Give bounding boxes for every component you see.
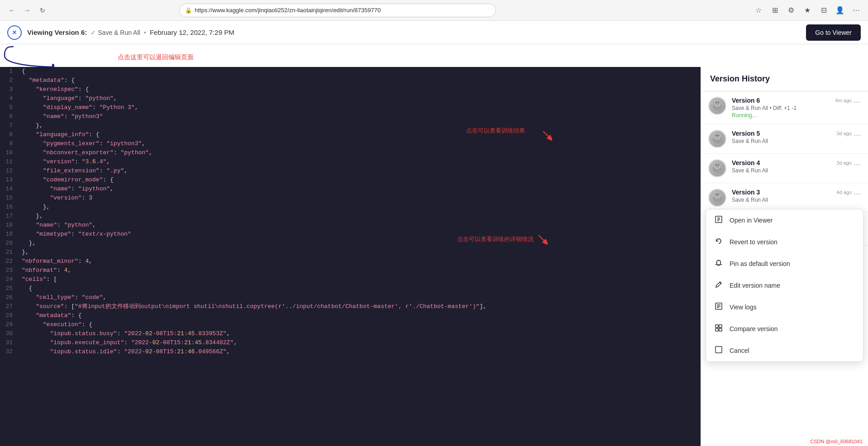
refresh-button[interactable]: ↻ — [36, 4, 49, 17]
menu-item-label: Revert to version — [730, 238, 777, 246]
code-content: "kernelspec": { — [18, 85, 701, 94]
profile-icon[interactable]: 👤 — [834, 4, 846, 17]
menu-item-label: Open in Viewer — [730, 217, 773, 224]
three-dots-button[interactable]: ⋯ — [852, 130, 863, 140]
svg-rect-40 — [719, 328, 722, 331]
code-content: "source": ["#将input的文件移动到output\nimport … — [18, 302, 701, 311]
code-table: 1{2 "metadata": {3 "kernelspec": {4 "lan… — [0, 67, 701, 356]
code-content: "pygments_lexer": "ipython3", — [18, 139, 701, 148]
code-content: "execution": { — [18, 320, 701, 329]
annotation-area: 点击这里可以退回编辑页面 — [0, 44, 868, 67]
go-to-viewer-button[interactable]: Go to Viewer — [806, 24, 861, 41]
menu-item-revert-to-version[interactable]: Revert to version — [706, 231, 863, 253]
line-number: 32 — [0, 347, 18, 356]
separator: • — [144, 28, 146, 36]
svg-rect-37 — [715, 325, 718, 327]
code-content: "file_extension": ".py", — [18, 166, 701, 176]
line-number: 14 — [0, 185, 18, 194]
line-number: 10 — [0, 148, 18, 157]
code-content: "cells": [ — [18, 275, 701, 284]
version-time: 3d ago — [836, 160, 852, 166]
open-viewer-icon — [714, 215, 723, 225]
star-icon[interactable]: ☆ — [752, 4, 765, 17]
apps-icon[interactable]: ⊟ — [817, 4, 830, 17]
line-number: 8 — [0, 130, 18, 139]
forward-button[interactable]: → — [21, 4, 33, 17]
version-time: 3d ago — [836, 131, 852, 136]
lock-icon: 🔒 — [185, 7, 192, 14]
svg-rect-38 — [719, 325, 722, 327]
code-row: 1{ — [0, 67, 701, 76]
right-sidebar: Version History Version 6Save & Run All … — [701, 67, 868, 446]
code-row: 2 "metadata": { — [0, 76, 701, 85]
edit-icon — [714, 280, 723, 290]
line-number: 21 — [0, 248, 18, 257]
back-button[interactable]: ← — [5, 4, 18, 17]
three-dots-button[interactable]: ⋯ — [852, 159, 863, 170]
code-row: 6 "name": "python3" — [0, 112, 701, 121]
code-content: "version": "3.6.4", — [18, 157, 701, 166]
code-content: "language": "python", — [18, 94, 701, 103]
line-number: 12 — [0, 166, 18, 176]
annotation-arrow — [0, 42, 54, 69]
line-number: 31 — [0, 338, 18, 347]
code-content: "metadata": { — [18, 311, 701, 320]
three-dots-button[interactable]: ⋯ — [852, 97, 863, 107]
line-number: 5 — [0, 103, 18, 112]
version-item[interactable]: Version 3Save & Run All4d ago⋯ — [701, 183, 868, 213]
avatar — [708, 130, 726, 148]
code-content: { — [18, 67, 701, 76]
menu-item-open-in-viewer[interactable]: Open in Viewer — [706, 209, 863, 231]
code-row: 23"nbformat": 4, — [0, 266, 701, 275]
line-number: 9 — [0, 139, 18, 148]
menu-item-compare-version[interactable]: Compare version — [706, 318, 863, 340]
version-item[interactable]: Version 5Save & Run All3d ago⋯ — [701, 124, 868, 154]
line-number: 24 — [0, 275, 18, 284]
menu-item-edit-version-name[interactable]: Edit version name — [706, 275, 863, 296]
code-content: "iopub.status.idle": "2022-02-08T15:21:4… — [18, 347, 701, 356]
code-content: "name": "python", — [18, 221, 701, 230]
code-row: 18 "name": "python", — [0, 221, 701, 230]
code-content: "codemirror_mode": { — [18, 176, 701, 185]
compare-icon — [714, 324, 723, 334]
version-meta: Save & Run All • Diff: +1 -1 — [732, 105, 861, 111]
settings-icon[interactable]: ⚙ — [785, 4, 797, 17]
svg-rect-39 — [715, 328, 718, 331]
code-row: 27 "source": ["#将input的文件移动到output\nimpo… — [0, 302, 701, 311]
dropdown-menu[interactable]: Open in ViewerRevert to versionPin as de… — [706, 209, 863, 362]
avatar — [708, 159, 726, 177]
code-row: 22"nbformat_minor": 4, — [0, 257, 701, 266]
code-content: "metadata": { — [18, 76, 701, 85]
menu-item-pin-as-default-version[interactable]: Pin as default version — [706, 253, 863, 275]
close-button[interactable]: × — [7, 25, 22, 40]
line-number: 29 — [0, 320, 18, 329]
code-content: "language_info": { — [18, 130, 701, 139]
version-time: 4m ago — [835, 98, 852, 103]
bookmark-icon[interactable]: ★ — [801, 4, 814, 17]
address-bar[interactable]: 🔒 https://www.kaggle.com/jinqiaoli252/zn… — [179, 4, 496, 17]
code-editor[interactable]: 1{2 "metadata": {3 "kernelspec": {4 "lan… — [0, 67, 701, 446]
code-row: 21}, — [0, 248, 701, 257]
menu-item-label: Cancel — [730, 347, 749, 354]
line-number: 17 — [0, 212, 18, 221]
line-number: 1 — [0, 67, 18, 76]
menu-icon[interactable]: ⋯ — [850, 4, 863, 17]
code-row: 17 }, — [0, 212, 701, 221]
line-number: 27 — [0, 302, 18, 311]
version-item[interactable]: Version 4Save & Run All3d ago⋯ — [701, 154, 868, 183]
menu-item-view-logs[interactable]: View logs — [706, 296, 863, 318]
line-number: 15 — [0, 194, 18, 203]
cancel-icon — [714, 346, 723, 356]
browser-chrome: ← → ↻ 🔒 https://www.kaggle.com/jinqiaoli… — [0, 0, 868, 21]
extension-icon[interactable]: ⊞ — [768, 4, 781, 17]
code-content: }, — [18, 248, 701, 257]
nav-buttons: ← → ↻ — [5, 4, 49, 17]
line-number: 16 — [0, 203, 18, 212]
version-item[interactable]: Version 6Save & Run All • Diff: +1 -1Run… — [701, 91, 868, 124]
version-info: Viewing Version 6: ✓ Save & Run All • Fe… — [27, 28, 234, 36]
menu-item-cancel[interactable]: Cancel — [706, 340, 863, 361]
three-dots-button[interactable]: ⋯ — [852, 189, 863, 199]
watermark-text: CSDN @m0_60681041 — [810, 439, 863, 444]
version-time: 4d ago — [836, 190, 852, 195]
code-row: 26 "cell_type": "code", — [0, 293, 701, 302]
